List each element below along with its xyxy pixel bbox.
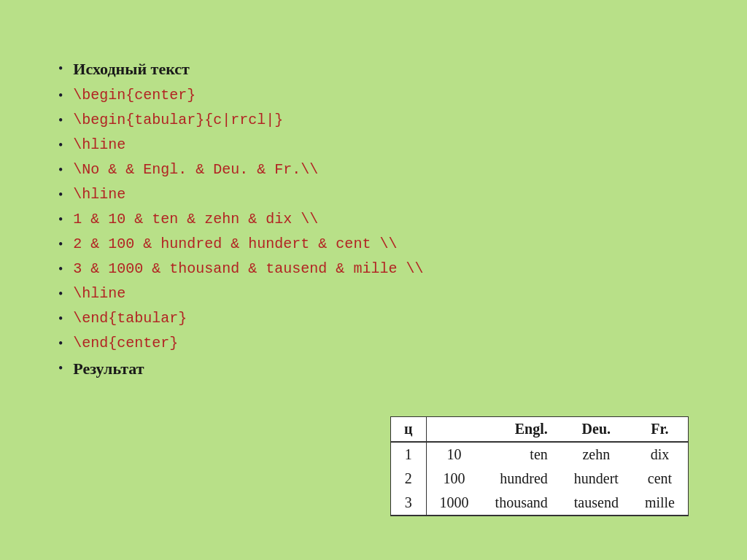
bullet-dot: • [58, 236, 63, 254]
bullet-dot: • [58, 186, 63, 204]
table-row-2: 31000thousandtausendmille [391, 491, 688, 516]
bullet-item-row2: •2 & 100 & hundred & hundert & cent \\ [58, 234, 689, 254]
bullet-text-ishodny: Исходный текст [73, 58, 190, 81]
table-header: цEngl.Deu.Fr. [391, 417, 688, 442]
table-cell-2-4: mille [632, 491, 688, 516]
bullet-text-begin-center: \begin{center} [73, 85, 196, 106]
table-header-cell-1 [426, 417, 482, 442]
table-cell-1-2: hundred [482, 467, 561, 491]
table-cell-0-4: dix [632, 442, 688, 467]
bullet-item-begin-center: •\begin{center} [58, 85, 689, 106]
table-cell-2-2: thousand [482, 491, 561, 516]
bullet-list: •Исходный текст•\begin{center}•\begin{ta… [58, 58, 689, 381]
bullet-text-rezultat: Результат [73, 358, 144, 381]
bullet-item-hline1: •\hline [58, 135, 689, 155]
bullet-dot: • [58, 285, 63, 303]
bullet-text-no-row: \No & & Engl. & Deu. & Fr.\\ [73, 160, 318, 180]
table-cell-0-3: zehn [561, 442, 632, 467]
table-cell-2-1: 1000 [426, 491, 482, 516]
bullet-dot: • [58, 211, 63, 229]
table-cell-1-3: hundert [561, 467, 632, 491]
table-cell-0-1: 10 [426, 442, 482, 467]
bullet-text-hline2: \hline [73, 184, 125, 205]
bullet-item-ishodny: •Исходный текст [58, 58, 689, 81]
bullet-text-hline1: \hline [73, 135, 125, 155]
table-body: 110tenzehndix2100hundredhundertcent31000… [391, 442, 688, 516]
table-row-1: 2100hundredhundertcent [391, 467, 688, 491]
bullet-item-hline2: •\hline [58, 184, 689, 205]
table-header-cell-0: ц [391, 417, 426, 442]
bullet-item-no-row: •\No & & Engl. & Deu. & Fr.\\ [58, 160, 689, 180]
table-header-row: цEngl.Deu.Fr. [391, 417, 688, 442]
bullet-text-hline3: \hline [73, 284, 125, 304]
bullet-dot: • [58, 87, 63, 105]
bullet-text-begin-tabular: \begin{tabular}{c|rrcl|} [73, 110, 283, 131]
result-table: цEngl.Deu.Fr. 110tenzehndix2100hundredhu… [391, 417, 688, 516]
table-cell-2-3: tausend [561, 491, 632, 516]
bullet-item-end-tabular: •\end{tabular} [58, 308, 689, 329]
bullet-dot: • [58, 136, 63, 155]
slide: •Исходный текст•\begin{center}•\begin{ta… [0, 0, 747, 560]
table-header-cell-2: Engl. [482, 417, 561, 442]
table-header-cell-4: Fr. [632, 417, 688, 442]
table-cell-1-0: 2 [391, 467, 426, 491]
bullet-dot: • [58, 161, 63, 179]
bullet-item-rezultat: •Результат [58, 358, 689, 381]
bullet-text-row1: 1 & 10 & ten & zehn & dix \\ [73, 209, 318, 230]
bullet-dot: • [58, 335, 63, 353]
bullet-item-begin-tabular: •\begin{tabular}{c|rrcl|} [58, 110, 689, 131]
bullet-text-row2: 2 & 100 & hundred & hundert & cent \\ [73, 234, 397, 254]
bullet-text-row3: 3 & 1000 & thousand & tausend & mille \\ [73, 259, 423, 279]
bullet-dot: • [58, 60, 63, 78]
bullet-item-end-center: •\end{center} [58, 333, 689, 354]
bullet-item-row3: •3 & 1000 & thousand & tausend & mille \… [58, 259, 689, 279]
bullet-dot: • [58, 112, 63, 130]
bullet-item-hline3: •\hline [58, 284, 689, 304]
bullet-text-end-center: \end{center} [73, 333, 178, 354]
bullet-dot: • [58, 310, 63, 328]
table-cell-1-4: cent [632, 467, 688, 491]
table-cell-0-2: ten [482, 442, 561, 467]
table-cell-0-0: 1 [391, 442, 426, 467]
bullet-dot: • [58, 359, 63, 378]
table-cell-1-1: 100 [426, 467, 482, 491]
table-row-0: 110tenzehndix [391, 442, 688, 467]
table-header-cell-3: Deu. [561, 417, 632, 442]
bullet-item-row1: •1 & 10 & ten & zehn & dix \\ [58, 209, 689, 230]
bullet-dot: • [58, 260, 63, 279]
result-table-container: цEngl.Deu.Fr. 110tenzehndix2100hundredhu… [390, 416, 689, 516]
table-cell-2-0: 3 [391, 491, 426, 516]
bullet-text-end-tabular: \end{tabular} [73, 308, 187, 329]
